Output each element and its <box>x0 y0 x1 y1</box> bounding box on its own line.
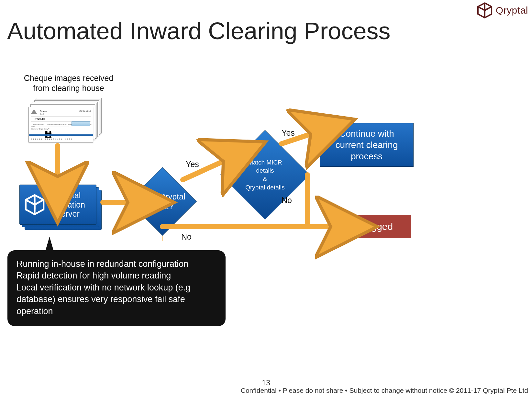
decision-match-details: Match MICR details & Qryptal details <box>220 130 310 220</box>
cheque-bank-sub: Bank <box>40 113 44 115</box>
validation-server-label: Qryptal Validation Server <box>50 191 85 219</box>
callout-line: Rapid detection for high volume reading <box>17 270 216 281</box>
slide-title: Automated Inward Clearing Process <box>7 17 391 45</box>
callout-line: Local verification with no network looku… <box>17 282 216 293</box>
footer-text: Confidential • Please do not share • Sub… <box>241 387 528 394</box>
cheque-stack: Demo Bank 21-09-2015 XYZ LTD **Twelve Mi… <box>28 98 100 146</box>
decision-valid-code: Valid Qryptal code? <box>128 167 197 236</box>
cheque-stack-label: Cheque images received from clearing hou… <box>17 73 120 94</box>
brand-logo: Qryptal <box>476 2 528 19</box>
edge-label-yes: Yes <box>282 128 295 138</box>
cheque-date: 21-09-2015 <box>79 110 91 112</box>
cheque-bank-name: Demo <box>40 110 47 113</box>
edge-label-yes: Yes <box>186 160 199 169</box>
page-number: 13 <box>262 379 270 387</box>
flagged-node: Flagged <box>340 215 411 238</box>
cheque-payee: XYZ LTD <box>35 118 45 120</box>
edge-label-no: No <box>181 232 192 242</box>
brand-name: Qryptal <box>496 5 528 16</box>
cheque-amount-words-2: Seventy Eight Only** <box>31 128 50 130</box>
cheque-front: Demo Bank 21-09-2015 XYZ LTD **Twelve Mi… <box>28 107 93 142</box>
qryptal-cube-icon <box>476 2 493 19</box>
cheque-micr: 000123 838765431 7039 <box>31 138 73 141</box>
callout-line: database) ensures very responsive fail s… <box>17 293 216 317</box>
server-callout: Running in-house in redundant configurat… <box>7 250 226 326</box>
callout-line: Running in-house in redundant configurat… <box>17 258 216 270</box>
continue-process-node: Continue with current clearing process <box>320 123 414 167</box>
qryptal-cube-icon <box>24 194 46 216</box>
edge-label-no: No <box>282 196 292 205</box>
